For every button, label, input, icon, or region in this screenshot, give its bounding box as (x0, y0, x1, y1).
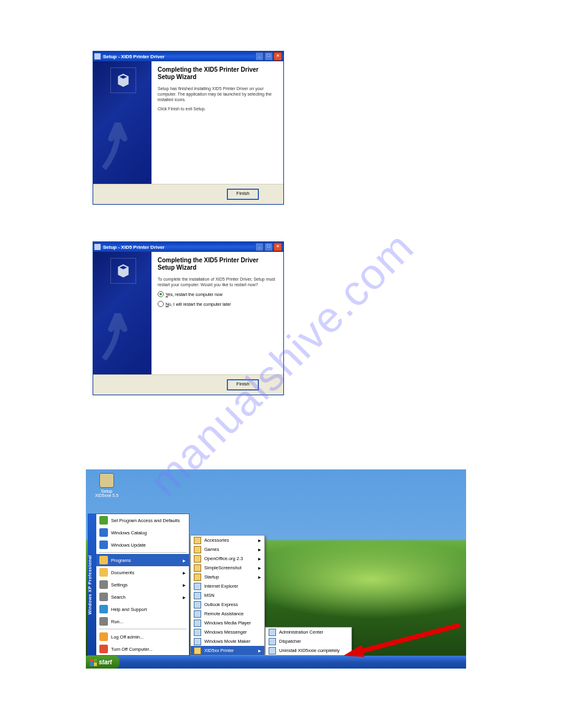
folder-icon (194, 537, 201, 544)
programs-submenu: Accessories▶Games▶OpenOffice.org 2.3▶Sim… (190, 535, 265, 656)
chevron-right-icon: ▶ (183, 571, 186, 575)
window-title: Setup - XID5 Printer Driver (103, 245, 255, 250)
radio-icon (158, 291, 164, 297)
radio-icon (158, 301, 164, 307)
menu-item-icon (99, 617, 108, 626)
radio-restart-now[interactable]: Yes, restart the computer now (158, 291, 277, 297)
wizard-instruction-text: Click Finish to exit Setup. (158, 106, 277, 112)
wizard-side-panel (93, 252, 151, 374)
close-button[interactable]: × (274, 243, 282, 251)
start-menu-item[interactable]: Help and Support (96, 603, 189, 615)
maximize-button[interactable]: □ (264, 52, 273, 61)
dialog-footer: Finish (93, 184, 283, 204)
setup-icon (94, 53, 101, 59)
submenu-item[interactable]: OpenOffice.org 2.3▶ (191, 554, 264, 563)
start-menu-item[interactable]: Windows Catalog (96, 526, 189, 539)
submenu-item[interactable]: Dispatcher (266, 637, 351, 646)
window-title: Setup - XID5 Printer Driver (103, 54, 255, 59)
submenu-item-label: OpenOffice.org 2.3 (204, 556, 243, 561)
submenu-item-label: Windows Messenger (204, 629, 247, 635)
menu-item-icon (99, 632, 108, 641)
chevron-right-icon: ▶ (183, 595, 186, 599)
wizard-content: Completing the XID5 Printer Driver Setup… (151, 252, 283, 374)
submenu-item[interactable]: Accessories▶ (191, 536, 264, 545)
submenu-item[interactable]: Uninstall XID5xxie completely (266, 646, 351, 655)
start-menu-item[interactable]: Settings▶ (96, 578, 189, 591)
submenu-item[interactable]: Administration Center (266, 628, 351, 637)
windows-logo-icon (90, 659, 97, 666)
desktop-icon-label: Setup XID5xxe 5.5 (94, 489, 119, 498)
start-menu-sideband: Windows XP Professional (88, 514, 96, 655)
wizard-heading: Completing the XID5 Printer Driver Setup… (158, 257, 277, 271)
start-menu-item[interactable]: Turn Off Computer... (96, 643, 189, 655)
start-menu-item[interactable]: Windows Update (96, 539, 189, 551)
finish-button[interactable]: Finish (227, 379, 259, 390)
menu-item-label: Programs (111, 558, 131, 563)
submenu-item-label: Remote Assistance (204, 611, 243, 616)
chevron-right-icon: ▶ (258, 556, 261, 561)
submenu-item[interactable]: Remote Assistance (191, 609, 264, 618)
submenu-item[interactable]: SimpleScreenshot▶ (191, 563, 264, 572)
close-button[interactable]: × (274, 52, 282, 61)
start-menu-item[interactable]: Log Off admin... (96, 631, 189, 643)
wizard-body-text: To complete the installation of XID5 Pri… (158, 276, 277, 287)
minimize-button[interactable]: _ (255, 243, 264, 251)
submenu-item[interactable]: Windows Media Player (191, 618, 264, 628)
start-button[interactable]: start (86, 656, 120, 669)
menu-item-label: Turn Off Computer... (111, 646, 153, 652)
menu-item-icon (99, 605, 108, 613)
app-icon (194, 610, 201, 618)
svg-marker-1 (343, 645, 364, 657)
submenu-item-label: Windows Media Player (204, 620, 251, 626)
dialog-body: Completing the XID5 Printer Driver Setup… (93, 61, 283, 184)
submenu-item[interactable]: Internet Explorer (191, 582, 264, 591)
start-label: start (99, 659, 112, 665)
finish-button[interactable]: Finish (227, 189, 259, 200)
submenu-item[interactable]: Startup▶ (191, 572, 264, 582)
menu-item-label: Windows Catalog (111, 530, 147, 536)
desktop-icon-setup[interactable]: Setup XID5xxe 5.5 (94, 473, 119, 498)
decorative-arrow-icon (99, 123, 145, 178)
submenu-item-label: XID5xx Printer (204, 648, 234, 653)
start-menu-item[interactable]: Search▶ (96, 591, 189, 603)
menu-item-icon (99, 516, 108, 525)
printer-submenu: Administration CenterDispatcherUninstall… (265, 627, 352, 656)
chevron-right-icon: ▶ (258, 538, 261, 542)
app-icon (194, 601, 201, 609)
wizard-heading: Completing the XID5 Printer Driver Setup… (158, 66, 277, 81)
menu-item-icon (99, 540, 108, 549)
chevron-right-icon: ▶ (258, 547, 261, 552)
start-menu-item[interactable]: Documents▶ (96, 566, 189, 578)
menu-item-label: Search (111, 594, 126, 600)
radio-restart-later[interactable]: No, I will restart the computer later (158, 301, 277, 307)
window-controls: _ □ × (255, 52, 282, 61)
submenu-item-label: SimpleScreenshot (204, 565, 242, 571)
start-menu-item[interactable]: Run... (96, 615, 189, 628)
chevron-right-icon: ▶ (258, 566, 261, 570)
submenu-item-label: Accessories (204, 537, 229, 543)
submenu-item[interactable]: Windows Movie Maker (191, 637, 264, 646)
document-page: manualshive.com Setup - XID5 Printer Dri… (0, 0, 563, 728)
minimize-button[interactable]: _ (255, 52, 264, 61)
submenu-item[interactable]: Windows Messenger (191, 628, 264, 637)
svg-line-0 (356, 625, 460, 653)
titlebar: Setup - XID5 Printer Driver _ □ × (93, 242, 283, 252)
submenu-item[interactable]: Games▶ (191, 545, 264, 554)
radio-label: Yes, restart the computer now (166, 292, 223, 297)
setup-dialog-restart: Setup - XID5 Printer Driver _ □ × Comple… (93, 241, 284, 395)
menu-item-label: Log Off admin... (111, 634, 144, 640)
start-menu-item[interactable]: Set Program Access and Defaults (96, 514, 189, 526)
app-icon (194, 629, 201, 636)
folder-icon (194, 574, 201, 581)
app-icon (194, 638, 201, 645)
submenu-item[interactable]: XID5xx Printer▶ (191, 646, 264, 655)
menu-item-label: Settings (111, 582, 128, 588)
start-menu-item[interactable]: Programs▶ (96, 554, 189, 566)
wizard-content: Completing the XID5 Printer Driver Setup… (151, 61, 283, 184)
maximize-button[interactable]: □ (264, 243, 273, 251)
install-icon (110, 258, 136, 284)
menu-item-icon (99, 556, 108, 564)
submenu-item[interactable]: MSN (191, 591, 264, 600)
submenu-item[interactable]: Outlook Express (191, 600, 264, 609)
wizard-side-panel (93, 61, 151, 184)
